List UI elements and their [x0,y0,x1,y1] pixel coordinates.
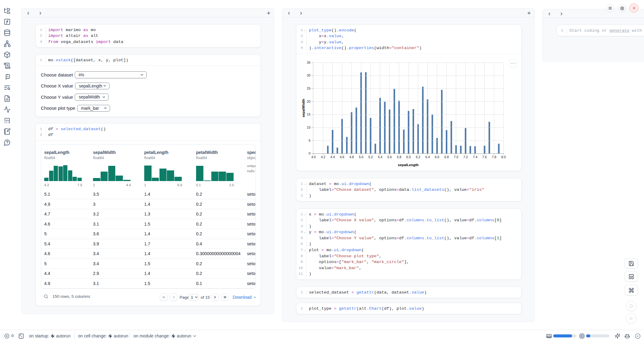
svg-text:4.8: 4.8 [349,155,354,159]
svg-text:5.6: 5.6 [387,155,392,159]
svg-text:4.6: 4.6 [340,155,344,159]
svg-text:sepalLength: sepalLength [398,163,419,167]
svg-text:6.0: 6.0 [406,155,411,159]
svg-text:20: 20 [307,100,310,103]
svg-text:4.2: 4.2 [321,155,325,159]
svg-text:5.0: 5.0 [359,155,363,159]
svg-text:7.4: 7.4 [473,155,478,159]
svg-text:8.0: 8.0 [501,155,506,159]
svg-text:6.2: 6.2 [416,155,420,159]
svg-text:7.6: 7.6 [482,155,487,159]
svg-text:7.8: 7.8 [492,155,496,159]
svg-text:15: 15 [307,112,310,116]
svg-text:30: 30 [307,73,310,77]
svg-text:6.4: 6.4 [425,155,430,159]
svg-text:5.4: 5.4 [378,155,382,159]
svg-text:25: 25 [307,87,310,90]
svg-text:7.2: 7.2 [463,155,468,159]
svg-text:5.8: 5.8 [397,155,401,159]
svg-text:5: 5 [309,139,310,142]
svg-text:4.4: 4.4 [330,155,335,159]
svg-text:sepalWidth: sepalWidth [302,99,305,117]
svg-text:10: 10 [307,126,310,129]
svg-text:6.8: 6.8 [444,155,449,159]
svg-text:4.0: 4.0 [311,155,316,159]
svg-text:0: 0 [309,151,310,155]
svg-text:7.0: 7.0 [454,155,458,159]
svg-text:35: 35 [307,61,310,64]
svg-text:6.6: 6.6 [435,155,439,159]
svg-text:5.2: 5.2 [368,155,373,159]
